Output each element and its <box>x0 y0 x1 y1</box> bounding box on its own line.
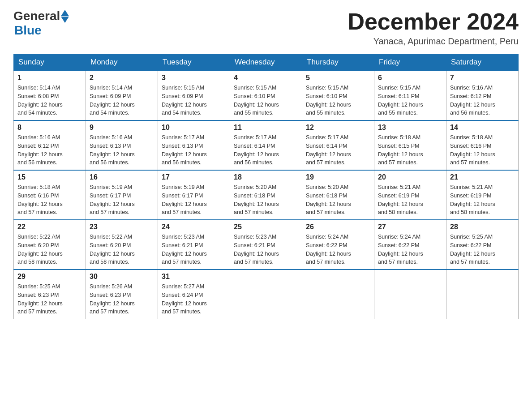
calendar-table: SundayMondayTuesdayWednesdayThursdayFrid… <box>13 54 519 319</box>
day-number: 18 <box>234 173 298 181</box>
weekday-header-sunday: Sunday <box>14 54 86 71</box>
day-info: Sunrise: 5:15 AMSunset: 6:10 PMDaylight:… <box>234 84 298 117</box>
day-info: Sunrise: 5:26 AMSunset: 6:23 PMDaylight:… <box>90 283 154 316</box>
calendar-cell: 8Sunrise: 5:16 AMSunset: 6:12 PMDaylight… <box>14 120 86 170</box>
calendar-cell: 22Sunrise: 5:22 AMSunset: 6:20 PMDayligh… <box>14 220 86 270</box>
calendar-cell: 23Sunrise: 5:22 AMSunset: 6:20 PMDayligh… <box>86 220 158 270</box>
calendar-cell: 25Sunrise: 5:23 AMSunset: 6:21 PMDayligh… <box>230 220 302 270</box>
title-area: December 2024 Yanaca, Apurimac Departmen… <box>348 9 519 47</box>
day-info: Sunrise: 5:14 AMSunset: 6:08 PMDaylight:… <box>17 84 82 117</box>
week-row-4: 22Sunrise: 5:22 AMSunset: 6:20 PMDayligh… <box>14 220 519 270</box>
day-info: Sunrise: 5:20 AMSunset: 6:18 PMDaylight:… <box>234 183 298 217</box>
day-number: 10 <box>162 124 226 132</box>
calendar-cell: 7Sunrise: 5:16 AMSunset: 6:12 PMDaylight… <box>446 71 519 120</box>
day-number: 22 <box>17 223 82 231</box>
calendar-cell: 17Sunrise: 5:19 AMSunset: 6:17 PMDayligh… <box>158 170 230 220</box>
day-number: 9 <box>90 124 154 132</box>
day-info: Sunrise: 5:19 AMSunset: 6:17 PMDaylight:… <box>90 183 154 217</box>
day-number: 6 <box>378 74 442 82</box>
weekday-header-wednesday: Wednesday <box>230 54 302 71</box>
day-number: 8 <box>17 124 82 132</box>
calendar-cell: 30Sunrise: 5:26 AMSunset: 6:23 PMDayligh… <box>86 270 158 319</box>
day-info: Sunrise: 5:21 AMSunset: 6:19 PMDaylight:… <box>450 183 515 217</box>
day-info: Sunrise: 5:25 AMSunset: 6:22 PMDaylight:… <box>450 233 515 266</box>
logo-general-text: General <box>13 9 60 23</box>
calendar-cell: 11Sunrise: 5:17 AMSunset: 6:14 PMDayligh… <box>230 120 302 170</box>
day-info: Sunrise: 5:15 AMSunset: 6:10 PMDaylight:… <box>306 84 370 117</box>
calendar-cell: 19Sunrise: 5:20 AMSunset: 6:18 PMDayligh… <box>302 170 374 220</box>
weekday-header-saturday: Saturday <box>446 54 519 71</box>
day-info: Sunrise: 5:22 AMSunset: 6:20 PMDaylight:… <box>17 233 82 266</box>
calendar-cell: 27Sunrise: 5:24 AMSunset: 6:22 PMDayligh… <box>374 220 446 270</box>
calendar-cell: 24Sunrise: 5:23 AMSunset: 6:21 PMDayligh… <box>158 220 230 270</box>
week-row-3: 15Sunrise: 5:18 AMSunset: 6:16 PMDayligh… <box>14 170 519 220</box>
day-info: Sunrise: 5:23 AMSunset: 6:21 PMDaylight:… <box>234 233 298 266</box>
day-number: 1 <box>17 74 82 82</box>
calendar-cell: 21Sunrise: 5:21 AMSunset: 6:19 PMDayligh… <box>446 170 519 220</box>
day-number: 3 <box>162 74 226 82</box>
day-info: Sunrise: 5:23 AMSunset: 6:21 PMDaylight:… <box>162 233 226 266</box>
day-info: Sunrise: 5:20 AMSunset: 6:18 PMDaylight:… <box>306 183 370 217</box>
weekday-header-monday: Monday <box>86 54 158 71</box>
day-info: Sunrise: 5:17 AMSunset: 6:13 PMDaylight:… <box>162 133 226 167</box>
day-number: 12 <box>306 124 370 132</box>
week-row-2: 8Sunrise: 5:16 AMSunset: 6:12 PMDaylight… <box>14 120 519 170</box>
day-number: 23 <box>90 223 154 231</box>
calendar-cell: 6Sunrise: 5:15 AMSunset: 6:11 PMDaylight… <box>374 71 446 120</box>
day-info: Sunrise: 5:14 AMSunset: 6:09 PMDaylight:… <box>90 84 154 117</box>
day-number: 31 <box>162 273 226 281</box>
day-number: 5 <box>306 74 370 82</box>
day-number: 30 <box>90 273 154 281</box>
calendar-cell: 31Sunrise: 5:27 AMSunset: 6:24 PMDayligh… <box>158 270 230 319</box>
calendar-cell: 1Sunrise: 5:14 AMSunset: 6:08 PMDaylight… <box>14 71 86 120</box>
calendar-cell: 13Sunrise: 5:18 AMSunset: 6:15 PMDayligh… <box>374 120 446 170</box>
calendar-cell: 28Sunrise: 5:25 AMSunset: 6:22 PMDayligh… <box>446 220 519 270</box>
day-number: 28 <box>450 223 515 231</box>
logo: General Blue <box>13 9 69 38</box>
week-row-1: 1Sunrise: 5:14 AMSunset: 6:08 PMDaylight… <box>14 71 519 120</box>
day-info: Sunrise: 5:18 AMSunset: 6:16 PMDaylight:… <box>450 133 515 167</box>
day-info: Sunrise: 5:25 AMSunset: 6:23 PMDaylight:… <box>17 283 82 316</box>
day-number: 26 <box>306 223 370 231</box>
day-number: 7 <box>450 74 515 82</box>
day-number: 4 <box>234 74 298 82</box>
weekday-header-row: SundayMondayTuesdayWednesdayThursdayFrid… <box>14 54 519 71</box>
day-info: Sunrise: 5:19 AMSunset: 6:17 PMDaylight:… <box>162 183 226 217</box>
day-info: Sunrise: 5:24 AMSunset: 6:22 PMDaylight:… <box>378 233 442 266</box>
day-info: Sunrise: 5:15 AMSunset: 6:11 PMDaylight:… <box>378 84 442 117</box>
calendar-cell: 26Sunrise: 5:24 AMSunset: 6:22 PMDayligh… <box>302 220 374 270</box>
header: General Blue December 2024 Yanaca, Apuri… <box>13 9 519 47</box>
day-info: Sunrise: 5:27 AMSunset: 6:24 PMDaylight:… <box>162 283 226 316</box>
calendar-cell: 12Sunrise: 5:17 AMSunset: 6:14 PMDayligh… <box>302 120 374 170</box>
location-title: Yanaca, Apurimac Department, Peru <box>348 36 519 47</box>
day-number: 11 <box>234 124 298 132</box>
calendar-cell: 16Sunrise: 5:19 AMSunset: 6:17 PMDayligh… <box>86 170 158 220</box>
logo-blue-text: Blue <box>14 23 42 38</box>
calendar-cell: 20Sunrise: 5:21 AMSunset: 6:19 PMDayligh… <box>374 170 446 220</box>
weekday-header-tuesday: Tuesday <box>158 54 230 71</box>
day-number: 13 <box>378 124 442 132</box>
calendar-cell: 29Sunrise: 5:25 AMSunset: 6:23 PMDayligh… <box>14 270 86 319</box>
day-number: 16 <box>90 173 154 181</box>
calendar-cell: 5Sunrise: 5:15 AMSunset: 6:10 PMDaylight… <box>302 71 374 120</box>
calendar-cell: 9Sunrise: 5:16 AMSunset: 6:13 PMDaylight… <box>86 120 158 170</box>
day-number: 27 <box>378 223 442 231</box>
day-number: 14 <box>450 124 515 132</box>
day-number: 29 <box>17 273 82 281</box>
day-number: 15 <box>17 173 82 181</box>
calendar-cell: 10Sunrise: 5:17 AMSunset: 6:13 PMDayligh… <box>158 120 230 170</box>
day-info: Sunrise: 5:17 AMSunset: 6:14 PMDaylight:… <box>234 133 298 167</box>
day-number: 2 <box>90 74 154 82</box>
day-info: Sunrise: 5:21 AMSunset: 6:19 PMDaylight:… <box>378 183 442 217</box>
day-info: Sunrise: 5:16 AMSunset: 6:12 PMDaylight:… <box>17 133 82 167</box>
calendar-cell: 14Sunrise: 5:18 AMSunset: 6:16 PMDayligh… <box>446 120 519 170</box>
calendar-cell: 15Sunrise: 5:18 AMSunset: 6:16 PMDayligh… <box>14 170 86 220</box>
month-title: December 2024 <box>348 9 519 34</box>
week-row-5: 29Sunrise: 5:25 AMSunset: 6:23 PMDayligh… <box>14 270 519 319</box>
day-number: 19 <box>306 173 370 181</box>
calendar-cell <box>302 270 374 319</box>
calendar-cell <box>446 270 519 319</box>
calendar-cell <box>374 270 446 319</box>
day-number: 25 <box>234 223 298 231</box>
day-info: Sunrise: 5:17 AMSunset: 6:14 PMDaylight:… <box>306 133 370 167</box>
